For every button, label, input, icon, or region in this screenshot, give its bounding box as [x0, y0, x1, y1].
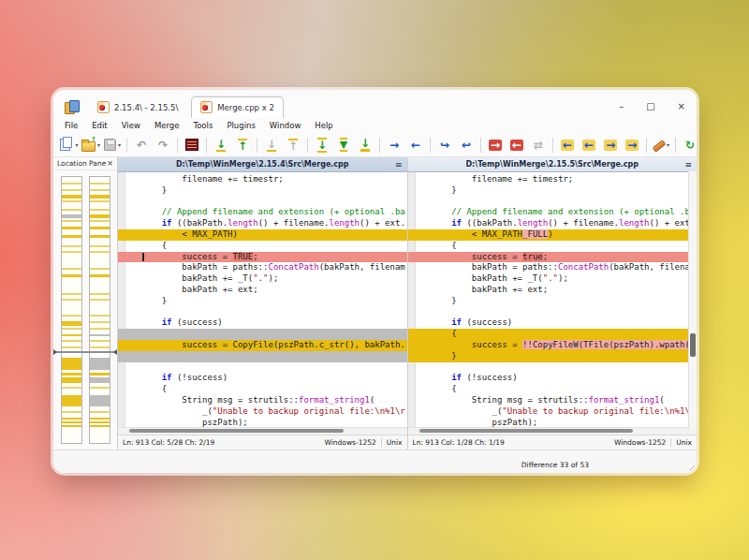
- diff-band: [62, 251, 81, 253]
- diff-band: [62, 421, 81, 423]
- hscrollbar-right[interactable]: [408, 427, 698, 435]
- next-difference-button[interactable]: ↓: [211, 136, 231, 154]
- location-strip-right[interactable]: [89, 176, 110, 444]
- copy-right-button[interactable]: →: [384, 136, 404, 154]
- diff-band: [62, 227, 81, 229]
- auto-merge-icon: ⇄: [534, 140, 543, 151]
- file-header-left[interactable]: D:\Temp\WinMerge\2.15.4\Src\Merge.cpp ≡: [118, 157, 407, 172]
- current-difference-button[interactable]: ▼: [333, 136, 354, 154]
- copy-right-2-icon: →: [625, 140, 639, 151]
- open-button[interactable]: ▾: [81, 136, 101, 154]
- code-line: bakPath += ext;: [408, 285, 698, 296]
- last-difference-button[interactable]: ↓: [355, 136, 375, 154]
- location-pane-title: Location Pane: [57, 159, 106, 168]
- tab-0[interactable]: 2.15.4\ - 2.15.5\: [88, 96, 187, 118]
- copy-left-2-button[interactable]: ←: [579, 136, 599, 154]
- code-line: < MAX_PATH): [118, 229, 407, 241]
- rescan-button[interactable]: [182, 136, 202, 154]
- code-line: [408, 307, 698, 318]
- header-menu-icon[interactable]: ≡: [684, 160, 692, 169]
- dropdown-caret-icon[interactable]: ▾: [118, 141, 121, 148]
- file-header-right[interactable]: D:\Temp\WinMerge\2.15.5\Src\Merge.cpp ≡: [408, 157, 698, 172]
- code-line: bakPath += _T(".");: [118, 273, 407, 285]
- options-button[interactable]: ▾: [651, 136, 671, 154]
- code-line: String msg = strutils::format_string1(: [408, 395, 698, 406]
- code-line: }: [118, 296, 407, 307]
- diff-band: [62, 183, 81, 184]
- copy-all-right-icon: →: [489, 140, 502, 151]
- minimize-button[interactable]: –: [619, 102, 624, 111]
- save-button: ▾: [102, 136, 123, 154]
- diff-band: [62, 377, 81, 383]
- diff-band: [90, 189, 110, 191]
- location-viewport-indicator[interactable]: [54, 351, 116, 353]
- copy-right-2-button[interactable]: →: [622, 136, 642, 154]
- vscroll-thumb[interactable]: [690, 333, 696, 357]
- dropdown-caret-icon[interactable]: ▾: [667, 141, 669, 148]
- copy-all-left-button[interactable]: ←: [507, 136, 527, 154]
- close-button[interactable]: ×: [678, 102, 685, 111]
- menu-tools[interactable]: Tools: [193, 121, 213, 130]
- hscroll-thumb-right[interactable]: [419, 429, 633, 433]
- code-line: filename += timestr;: [408, 174, 698, 185]
- menu-view[interactable]: View: [122, 121, 140, 130]
- code-line: [118, 351, 407, 362]
- resize-grip[interactable]: [686, 463, 695, 471]
- diff-band: [62, 387, 81, 389]
- diff-band: [62, 189, 81, 191]
- diff-band: [90, 387, 110, 389]
- location-pane-close-icon[interactable]: ×: [107, 159, 113, 168]
- menu-help[interactable]: Help: [315, 121, 332, 130]
- diff-band: [90, 214, 110, 218]
- code-line: if (success): [408, 317, 698, 329]
- dropdown-caret-icon[interactable]: ▾: [75, 141, 78, 148]
- copy-right-icon: →: [389, 140, 399, 151]
- vscrollbar[interactable]: [688, 171, 697, 429]
- diff-band: [90, 315, 110, 317]
- refresh-button[interactable]: ↻: [680, 136, 697, 154]
- tab-1[interactable]: Merge.cpp x 2: [191, 96, 284, 118]
- copy-left-and-advance-button[interactable]: ↩: [456, 136, 477, 154]
- diff-band: [62, 358, 81, 370]
- winmerge-window: 2.15.4\ - 2.15.5\Merge.cpp x 2 – □ × Fil…: [53, 90, 697, 473]
- encoding-left: Windows-1252: [324, 438, 375, 447]
- first-difference-button[interactable]: ↓: [312, 136, 332, 154]
- new-button[interactable]: ▾: [59, 136, 80, 154]
- location-strip-left[interactable]: [61, 176, 82, 444]
- diff-band: [90, 251, 110, 253]
- code-line: if (!success): [408, 373, 698, 384]
- previous-difference-button[interactable]: ↑: [232, 136, 253, 154]
- copy-left-1-button[interactable]: ←: [557, 136, 578, 154]
- menu-merge[interactable]: Merge: [154, 121, 180, 130]
- diff-band: [90, 299, 110, 301]
- copy-right-1-icon: →: [604, 140, 617, 151]
- menu-plugins[interactable]: Plugins: [227, 121, 255, 130]
- copy-right-and-advance-button[interactable]: ↪: [434, 136, 455, 154]
- copy-all-right-button[interactable]: →: [485, 136, 506, 154]
- hscroll-thumb-left[interactable]: [129, 429, 343, 433]
- copy-left-button[interactable]: ←: [405, 136, 426, 154]
- code-area-right[interactable]: filename += timestr; } // Append filenam…: [408, 172, 698, 427]
- hscrollbar-left[interactable]: [118, 427, 407, 435]
- header-menu-icon[interactable]: ≡: [395, 160, 403, 169]
- menu-file[interactable]: File: [65, 121, 78, 130]
- diff-band: [62, 418, 81, 420]
- code-line: if ((bakPath.length() + filename.length(…: [408, 218, 698, 229]
- menu-window[interactable]: Window: [270, 121, 301, 130]
- menu-edit[interactable]: Edit: [92, 121, 107, 130]
- diff-band: [90, 346, 110, 348]
- app-icon: [65, 100, 79, 113]
- code-line: success = TRUE;: [118, 252, 407, 263]
- copy-left-icon: ←: [411, 140, 420, 151]
- dropdown-caret-icon[interactable]: ▾: [97, 141, 100, 148]
- content-area: Location Pane × D:\Temp\WinMerge\2.15.4\…: [53, 157, 697, 449]
- code-area-left[interactable]: filename += timestr; } // Append filenam…: [118, 172, 407, 427]
- refresh-icon: ↻: [685, 140, 695, 151]
- tab-document-icon: [200, 101, 213, 113]
- diff-band: [62, 373, 81, 376]
- copy-right-1-button[interactable]: →: [600, 136, 621, 154]
- title-bar: 2.15.4\ - 2.15.5\Merge.cpp x 2 – □ ×: [53, 90, 697, 118]
- pane-0: D:\Temp\WinMerge\2.15.4\Src\Merge.cpp ≡ …: [118, 157, 408, 449]
- code-line: bakPath += ext;: [118, 285, 407, 296]
- maximize-button[interactable]: □: [646, 102, 654, 111]
